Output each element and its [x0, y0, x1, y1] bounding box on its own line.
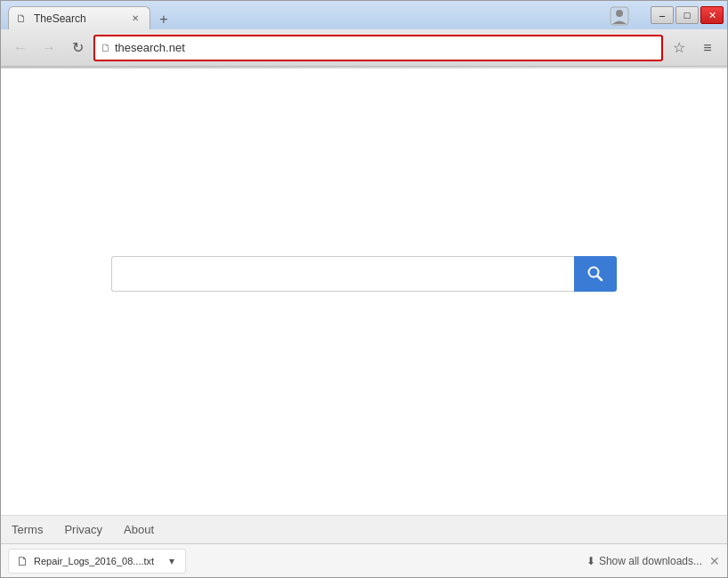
search-input[interactable] [111, 256, 574, 292]
svg-point-1 [616, 10, 623, 17]
about-link[interactable]: About [124, 523, 154, 536]
download-bar: 🗋 Repair_Logs_2016_08....txt ▾ ⬇ Show al… [1, 543, 727, 577]
page-content [1, 68, 727, 515]
new-tab-button[interactable]: + [152, 10, 175, 29]
user-icon[interactable] [610, 6, 629, 29]
browser-window: 🗋 TheSearch ✕ + – □ ✕ ← → ↻ 🗋 ☆ ≡ [0, 0, 728, 578]
search-button[interactable] [574, 256, 617, 292]
address-page-icon: 🗋 [101, 42, 111, 54]
tab-close-button[interactable]: ✕ [128, 12, 142, 26]
download-arrow-button[interactable]: ▾ [166, 555, 178, 567]
footer: Terms Privacy About [1, 515, 727, 543]
maximize-button[interactable]: □ [675, 6, 699, 24]
svg-line-3 [598, 277, 603, 281]
back-button[interactable]: ← [8, 36, 33, 60]
download-icon: ⬇ [586, 555, 595, 567]
forward-button[interactable]: → [36, 36, 61, 60]
minimize-button[interactable]: – [651, 6, 674, 24]
refresh-button[interactable]: ↻ [65, 36, 90, 60]
tab-title: TheSearch [34, 12, 86, 25]
address-bar-container: 🗋 [93, 35, 663, 61]
navigation-bar: ← → ↻ 🗋 ☆ ≡ [1, 29, 727, 67]
privacy-link[interactable]: Privacy [64, 523, 102, 536]
bookmark-button[interactable]: ☆ [667, 36, 692, 60]
menu-button[interactable]: ≡ [695, 36, 720, 60]
download-item: 🗋 Repair_Logs_2016_08....txt ▾ [8, 549, 186, 574]
search-container [111, 256, 617, 292]
search-icon [586, 265, 604, 283]
tabs-area: 🗋 TheSearch ✕ + [4, 6, 175, 29]
tab-page-icon: 🗋 [16, 12, 28, 25]
terms-link[interactable]: Terms [12, 523, 43, 536]
show-all-downloads-button[interactable]: ⬇ Show all downloads... [586, 555, 702, 567]
download-bar-close-button[interactable]: ✕ [709, 554, 720, 568]
file-icon: 🗋 [16, 554, 28, 568]
address-input[interactable] [115, 41, 656, 54]
window-controls: – □ ✕ [651, 6, 724, 24]
title-bar: 🗋 TheSearch ✕ + – □ ✕ [1, 1, 727, 29]
close-button[interactable]: ✕ [700, 6, 724, 24]
active-tab[interactable]: 🗋 TheSearch ✕ [8, 6, 150, 29]
show-all-label: Show all downloads... [599, 555, 702, 567]
download-filename: Repair_Logs_2016_08....txt [34, 556, 160, 566]
